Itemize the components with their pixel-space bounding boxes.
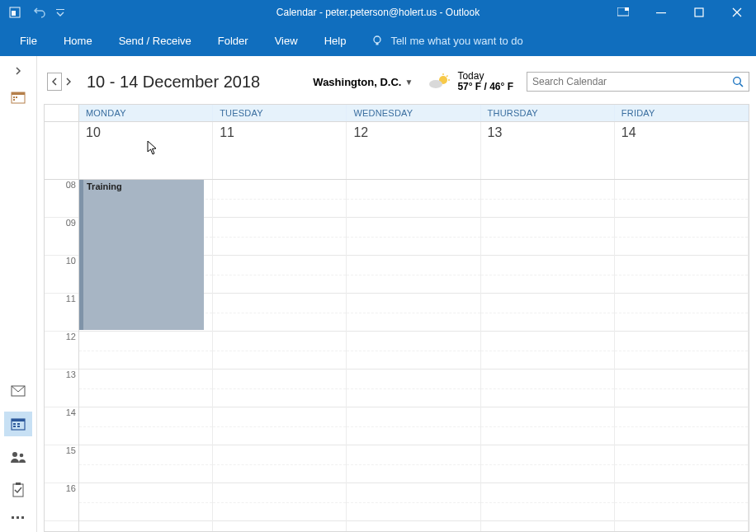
next-week-button[interactable]: [62, 73, 75, 90]
time-slot[interactable]: [79, 445, 212, 483]
time-slot[interactable]: [79, 332, 212, 370]
day-header[interactable]: FRIDAY: [615, 105, 749, 121]
time-slot[interactable]: [615, 370, 748, 407]
day-column[interactable]: [347, 180, 480, 531]
time-slot[interactable]: [213, 294, 346, 332]
time-slot[interactable]: [481, 370, 614, 407]
tab-home[interactable]: Home: [52, 28, 104, 54]
search-icon[interactable]: [732, 76, 744, 87]
all-day-cell[interactable]: 10: [79, 122, 213, 179]
calendar-icon[interactable]: [4, 412, 32, 436]
time-slot[interactable]: [481, 332, 614, 370]
time-slot[interactable]: [79, 483, 212, 521]
tab-file[interactable]: File: [8, 28, 49, 54]
time-slot[interactable]: [347, 180, 480, 218]
hour-label: 10: [45, 256, 78, 294]
time-slot[interactable]: [347, 445, 480, 483]
app-menu-icon[interactable]: [5, 2, 25, 22]
time-slot[interactable]: [213, 407, 346, 445]
close-button[interactable]: [718, 0, 756, 25]
time-slot[interactable]: [213, 218, 346, 256]
time-slot[interactable]: [615, 180, 748, 218]
svg-rect-27: [21, 516, 24, 519]
time-slot[interactable]: [79, 407, 212, 445]
time-slot[interactable]: [213, 256, 346, 294]
time-slot[interactable]: [481, 218, 614, 256]
svg-rect-24: [16, 483, 21, 485]
lightbulb-icon: [371, 34, 384, 47]
calendar-content: 10 - 14 December 2018 Washington, D.C. ▼…: [37, 56, 756, 532]
ribbon-display-options-icon[interactable]: [604, 0, 642, 25]
svg-rect-10: [12, 92, 25, 95]
tab-send-receive[interactable]: Send / Receive: [107, 28, 203, 54]
weather-location[interactable]: Washington, D.C. ▼: [313, 76, 423, 88]
time-slot[interactable]: [615, 256, 748, 294]
time-slot[interactable]: [481, 445, 614, 483]
time-slot[interactable]: [347, 483, 480, 521]
time-slot[interactable]: [481, 294, 614, 332]
all-day-cell[interactable]: 14: [615, 122, 749, 179]
day-column[interactable]: Training: [79, 180, 213, 531]
weather-widget[interactable]: Today 57° F / 46° F: [428, 71, 522, 92]
calendar-event[interactable]: Training: [79, 180, 204, 330]
tab-folder[interactable]: Folder: [206, 28, 260, 54]
svg-rect-25: [12, 516, 14, 519]
day-column[interactable]: [615, 180, 749, 531]
time-slot[interactable]: [615, 332, 748, 370]
people-icon[interactable]: [4, 445, 32, 469]
search-input[interactable]: [532, 76, 732, 87]
time-slot[interactable]: [213, 483, 346, 521]
search-box[interactable]: [527, 72, 749, 92]
day-column[interactable]: [213, 180, 347, 531]
qat-dropdown-icon[interactable]: [54, 2, 66, 22]
day-header[interactable]: THURSDAY: [481, 105, 615, 121]
more-icon[interactable]: [4, 511, 32, 524]
time-slot[interactable]: [615, 483, 748, 521]
time-slot[interactable]: [615, 218, 748, 256]
undo-icon[interactable]: [30, 2, 50, 22]
all-day-cell[interactable]: 12: [347, 122, 480, 179]
ribbon: File Home Send / Receive Folder View Hel…: [0, 25, 756, 56]
time-slot[interactable]: [213, 180, 346, 218]
expand-nav-icon[interactable]: [10, 63, 26, 79]
time-slot[interactable]: [615, 445, 748, 483]
calendar-toolbar: 10 - 14 December 2018 Washington, D.C. ▼…: [44, 64, 749, 99]
day-header[interactable]: WEDNESDAY: [347, 105, 480, 121]
time-slot[interactable]: [347, 370, 480, 407]
time-slot[interactable]: [347, 294, 480, 332]
tasks-icon[interactable]: [4, 478, 32, 502]
time-slot[interactable]: [79, 370, 212, 407]
time-slot[interactable]: [615, 294, 748, 332]
time-slot[interactable]: [213, 445, 346, 483]
time-slot[interactable]: [347, 256, 480, 294]
day-header[interactable]: TUESDAY: [213, 105, 347, 121]
all-day-cell[interactable]: 11: [213, 122, 347, 179]
svg-rect-1: [12, 11, 16, 16]
time-slot[interactable]: [481, 483, 614, 521]
prev-week-button[interactable]: [47, 73, 62, 91]
hour-label: 08: [45, 180, 78, 218]
day-column[interactable]: [481, 180, 615, 531]
svg-line-34: [740, 84, 744, 87]
time-slot[interactable]: [615, 407, 748, 445]
title-bar: Calendar - peter.peterson@holert.us - Ou…: [0, 0, 756, 25]
mail-icon[interactable]: [4, 379, 32, 403]
time-slot[interactable]: [347, 218, 480, 256]
time-slot[interactable]: [213, 332, 346, 370]
time-slot[interactable]: [213, 370, 346, 407]
time-slot[interactable]: [347, 332, 480, 370]
time-slot[interactable]: [481, 407, 614, 445]
day-header[interactable]: MONDAY: [79, 105, 213, 121]
maximize-button[interactable]: [680, 0, 718, 25]
tab-help[interactable]: Help: [313, 28, 358, 54]
time-slot[interactable]: [347, 407, 480, 445]
time-slot[interactable]: [481, 256, 614, 294]
tell-me[interactable]: Tell me what you want to do: [361, 34, 522, 47]
minimize-button[interactable]: [642, 0, 680, 25]
tab-view[interactable]: View: [263, 28, 309, 54]
svg-point-32: [429, 80, 442, 88]
weather-sun-icon: [428, 73, 451, 90]
calendar-mini-icon[interactable]: [10, 89, 26, 106]
time-slot[interactable]: [481, 180, 614, 218]
all-day-cell[interactable]: 13: [481, 122, 615, 179]
